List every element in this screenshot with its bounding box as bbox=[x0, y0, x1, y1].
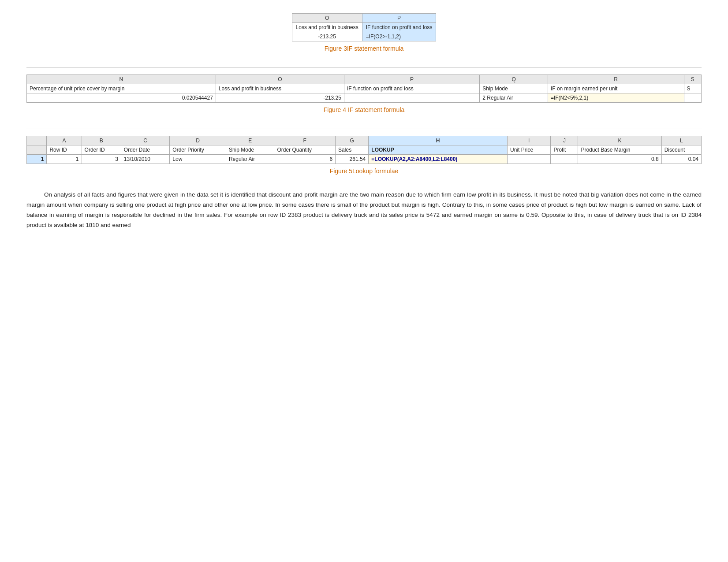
fig5-row1-num: 1 bbox=[27, 155, 47, 164]
fig5-col-G: G bbox=[336, 136, 369, 145]
fig4-val-S bbox=[684, 93, 701, 103]
fig5-col-H: H bbox=[369, 136, 508, 145]
fig5-col-L: L bbox=[661, 136, 701, 145]
body-paragraph: On analysis of all facts and figures tha… bbox=[26, 190, 702, 231]
fig5-r1-profit bbox=[551, 155, 578, 164]
fig5-h-rowid: Row ID bbox=[47, 145, 82, 155]
fig4-col-R: R bbox=[548, 75, 684, 84]
fig4-header-Q: Ship Mode bbox=[480, 84, 548, 93]
fig5-col-J: J bbox=[551, 136, 578, 145]
fig5-h-discount: Discount bbox=[661, 145, 701, 155]
fig5-r1-orderdate: 13/10/2010 bbox=[121, 155, 170, 164]
fig5-h-orderqty: Order Quantity bbox=[274, 145, 336, 155]
fig5-r1-rowid: 1 bbox=[47, 155, 82, 164]
fig4-col-N: N bbox=[27, 75, 216, 84]
fig5-r1-sales: 261.54 bbox=[336, 155, 369, 164]
fig5-h-sales: Sales bbox=[336, 145, 369, 155]
fig5-h-unitprice: Unit Price bbox=[508, 145, 551, 155]
fig5-r1-unitprice bbox=[508, 155, 551, 164]
figure3-table: O P Loss and profit in business IF funct… bbox=[292, 13, 437, 41]
fig5-col-empty bbox=[27, 136, 47, 145]
fig5-r1-orderqty: 6 bbox=[274, 155, 336, 164]
fig4-col-Q: Q bbox=[480, 75, 548, 84]
fig5-r1-discount: 0.04 bbox=[661, 155, 701, 164]
fig5-h-orderdate: Order Date bbox=[121, 145, 170, 155]
fig5-h-productbasemargin: Product Base Margin bbox=[578, 145, 661, 155]
fig4-val-Q: 2 Regular Air bbox=[480, 93, 548, 103]
fig4-header-R: IF on margin earned per unit bbox=[548, 84, 684, 93]
fig5-h-profit: Profit bbox=[551, 145, 578, 155]
fig4-header-N: Percentage of unit price cover by margin bbox=[27, 84, 216, 93]
divider1 bbox=[26, 67, 702, 68]
fig4-col-S: S bbox=[684, 75, 701, 84]
fig5-r1-shipmode: Regular Air bbox=[226, 155, 274, 164]
fig3-col-P: P bbox=[362, 14, 436, 23]
fig5-r1-productbasemargin: 0.8 bbox=[578, 155, 661, 164]
fig5-col-A: A bbox=[47, 136, 82, 145]
fig5-r1-lookup-formula: =LOOKUP(A2,A2:A8400,L2:L8400) bbox=[369, 155, 508, 164]
fig4-val-N: 0.020544427 bbox=[27, 93, 216, 103]
fig3-formula-P: =IF(O2>-1,1,2) bbox=[362, 32, 436, 41]
fig5-col-K: K bbox=[578, 136, 661, 145]
fig4-val-P bbox=[344, 93, 479, 103]
fig5-r1-orderid: 3 bbox=[82, 155, 121, 164]
fig5-h-orderpriority: Order Priority bbox=[170, 145, 226, 155]
figure3-container: O P Loss and profit in business IF funct… bbox=[26, 13, 702, 61]
figure5-container: A B C D E F G H I J K L Row ID Order ID … bbox=[26, 136, 702, 183]
figure4-container: N O P Q R S Percentage of unit price cov… bbox=[26, 74, 702, 122]
figure3-caption: Figure 3IF statement formula bbox=[325, 45, 404, 52]
fig4-header-S: S bbox=[684, 84, 701, 93]
fig4-header-O: Loss and profit in business bbox=[216, 84, 344, 93]
fig5-col-I: I bbox=[508, 136, 551, 145]
fig5-col-D: D bbox=[170, 136, 226, 145]
fig5-col-C: C bbox=[121, 136, 170, 145]
divider2 bbox=[26, 129, 702, 129]
fig4-header-P: IF function on profit and loss bbox=[344, 84, 479, 93]
figure4-caption: Figure 4 IF statement formula bbox=[324, 106, 405, 113]
fig5-h-lookup: LOOKUP bbox=[369, 145, 508, 155]
fig3-val-O: -213.25 bbox=[292, 32, 362, 41]
fig5-col-B: B bbox=[82, 136, 121, 145]
fig5-col-E: E bbox=[226, 136, 274, 145]
fig4-col-P: P bbox=[344, 75, 479, 84]
fig5-h-orderid: Order ID bbox=[82, 145, 121, 155]
fig4-formula-R: =IF(N2<5%,2,1) bbox=[548, 93, 684, 103]
figure5-table: A B C D E F G H I J K L Row ID Order ID … bbox=[26, 136, 702, 164]
fig3-header-O: Loss and profit in business bbox=[292, 23, 362, 32]
figure4-table: N O P Q R S Percentage of unit price cov… bbox=[26, 74, 702, 103]
fig3-header-P: IF function on profit and loss bbox=[362, 23, 436, 32]
figure5-caption: Figure 5Lookup formulae bbox=[330, 167, 399, 175]
fig3-col-O: O bbox=[292, 14, 362, 23]
fig5-h-shipmode: Ship Mode bbox=[226, 145, 274, 155]
body-text-section: On analysis of all facts and figures tha… bbox=[26, 190, 702, 231]
fig5-rownum-header bbox=[27, 145, 47, 155]
fig4-val-O: -213.25 bbox=[216, 93, 344, 103]
fig4-col-O: O bbox=[216, 75, 344, 84]
fig5-r1-orderpriority: Low bbox=[170, 155, 226, 164]
fig5-col-F: F bbox=[274, 136, 336, 145]
